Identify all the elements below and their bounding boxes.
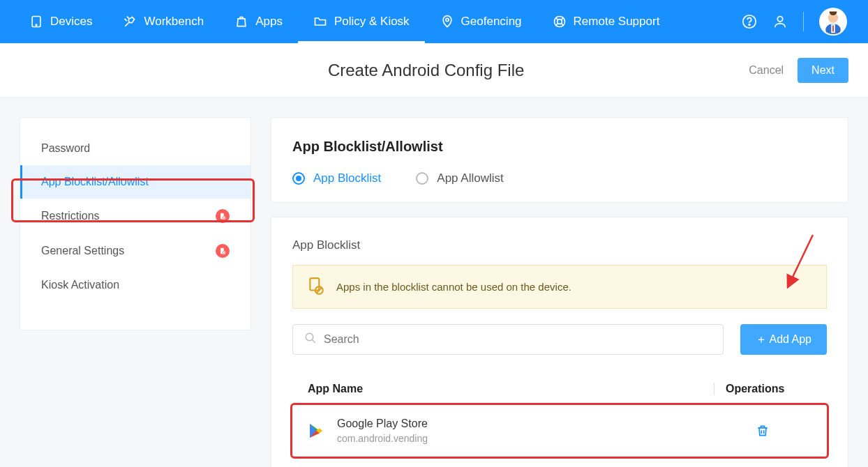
next-button[interactable]: Next <box>798 58 848 83</box>
radio-label: App Blocklist <box>313 171 381 185</box>
pin-icon <box>440 15 454 29</box>
sidebar-item-label: App Blocklist/Allowlist <box>41 176 149 188</box>
sidebar-item-label: Restrictions <box>41 210 100 222</box>
user-group-icon[interactable] <box>772 14 788 29</box>
app-package: com.android.vending <box>337 433 428 444</box>
avatar[interactable] <box>819 8 847 36</box>
radio-allowlist[interactable]: App Allowlist <box>416 171 503 185</box>
nav-apps[interactable]: Apps <box>219 0 298 43</box>
svg-point-2 <box>446 18 449 21</box>
search-input[interactable] <box>324 333 712 346</box>
panel-title: App Blocklist/Allowlist <box>292 139 827 155</box>
plus-icon: ＋ <box>756 332 767 347</box>
nav-label: Policy & Kiosk <box>334 15 410 29</box>
section-title: App Blocklist <box>292 238 827 252</box>
nav-policy-kiosk[interactable]: Policy & Kiosk <box>298 0 425 43</box>
divider <box>803 12 804 31</box>
nav-label: Geofencing <box>461 15 522 29</box>
help-icon[interactable] <box>742 14 757 29</box>
radio-icon <box>292 172 305 185</box>
main: App Blocklist/Allowlist App Blocklist Ap… <box>271 117 848 467</box>
radio-label: App Allowlist <box>437 171 503 185</box>
sidebar-item-general[interactable]: General Settings <box>20 234 250 268</box>
bag-icon <box>234 15 248 29</box>
sidebar-item-restrictions[interactable]: Restrictions <box>20 199 250 234</box>
table-row: Google Play Store com.android.vending <box>292 405 827 457</box>
tools-icon <box>123 15 137 29</box>
panel-header: App Blocklist/Allowlist App Blocklist Ap… <box>271 117 848 203</box>
tablet-icon <box>29 15 43 29</box>
svg-point-1 <box>36 24 37 26</box>
nav-remote-support[interactable]: Remote Support <box>537 0 675 43</box>
nav-label: Workbench <box>144 15 204 29</box>
warn-icon <box>307 277 325 297</box>
svg-rect-18 <box>310 278 319 290</box>
sidebar-item-label: Kiosk Activation <box>41 279 119 291</box>
delete-button[interactable] <box>756 424 770 438</box>
add-app-label: Add App <box>770 333 812 346</box>
table-header: App Name Operations <box>292 373 827 405</box>
svg-point-4 <box>557 20 562 24</box>
nav-devices[interactable]: Devices <box>14 0 107 43</box>
svg-point-20 <box>306 333 313 341</box>
nav-workbench[interactable]: Workbench <box>107 0 219 43</box>
info-banner: Apps in the blocklist cannot be used on … <box>292 265 827 309</box>
info-text: Apps in the blocklist cannot be used on … <box>336 281 571 293</box>
device-badge-icon <box>216 209 230 223</box>
col-app-name: App Name <box>308 383 714 395</box>
sidebar-item-label: Password <box>41 142 90 155</box>
col-operations: Operations <box>714 383 811 395</box>
device-badge-icon <box>216 244 230 258</box>
search-input-wrap[interactable] <box>292 324 724 355</box>
add-app-button[interactable]: ＋ Add App <box>740 324 828 355</box>
top-nav: Devices Workbench Apps Policy & Kiosk Ge… <box>0 0 868 43</box>
svg-point-7 <box>777 17 782 22</box>
sidebar-item-label: General Settings <box>41 245 124 257</box>
nav-label: Remote Support <box>574 15 660 29</box>
sidebar-item-kiosk[interactable]: Kiosk Activation <box>20 268 250 302</box>
lifebuoy-icon <box>553 15 567 29</box>
cancel-button[interactable]: Cancel <box>749 64 784 77</box>
play-store-icon <box>308 422 324 439</box>
folder-icon <box>313 15 327 29</box>
radio-icon <box>416 172 428 185</box>
sidebar-item-blocklist[interactable]: App Blocklist/Allowlist <box>20 165 250 199</box>
svg-rect-14 <box>223 217 225 218</box>
radio-blocklist[interactable]: App Blocklist <box>292 171 381 185</box>
page-header: Create Android Config File Cancel Next <box>0 43 868 98</box>
sidebar-item-password[interactable]: Password <box>20 132 250 165</box>
page-title: Create Android Config File <box>103 61 749 80</box>
panel-blocklist: App Blocklist Apps in the blocklist cann… <box>271 217 848 467</box>
svg-rect-11 <box>832 25 834 31</box>
sidebar: Password App Blocklist/Allowlist Restric… <box>20 117 251 330</box>
svg-point-6 <box>749 24 750 26</box>
app-name: Google Play Store <box>337 418 428 430</box>
nav-label: Devices <box>50 15 92 29</box>
nav-label: Apps <box>255 15 283 29</box>
nav-geofencing[interactable]: Geofencing <box>425 0 537 43</box>
search-icon <box>304 332 317 347</box>
svg-rect-17 <box>223 252 225 253</box>
